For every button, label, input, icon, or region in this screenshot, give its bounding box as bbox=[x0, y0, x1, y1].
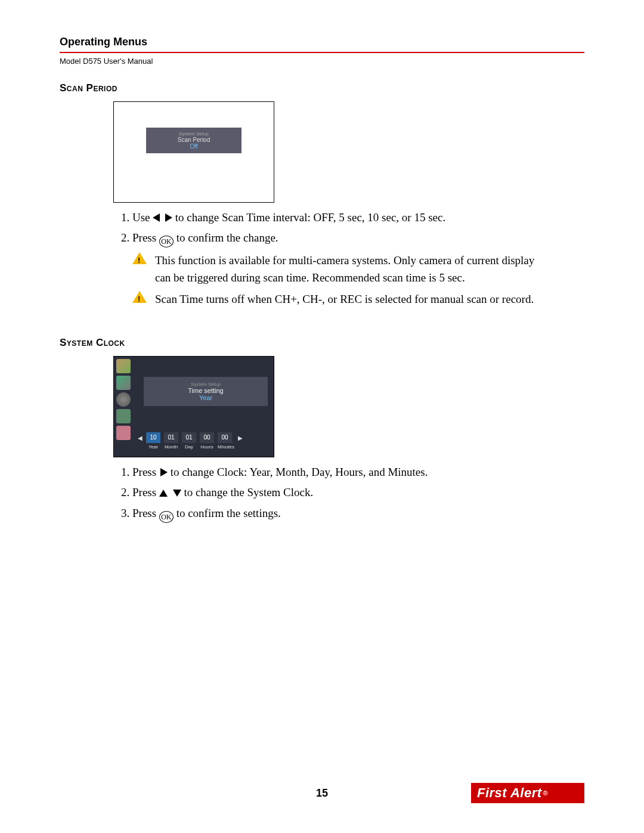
clock-field-year-value: 10 bbox=[146, 432, 160, 443]
scan-step-2: Press OK to confirm the change. bbox=[132, 229, 584, 247]
logo-text: First Alert bbox=[477, 785, 542, 800]
page-subheader: Model D575 User's Manual bbox=[60, 57, 584, 66]
clock-field-minutes-label: Minutes bbox=[218, 444, 234, 450]
clock-fig-icon bbox=[116, 392, 131, 407]
clock-field-minutes: 00 Minutes bbox=[218, 432, 234, 450]
clock-step1-b: to change Clock: Year, Month, Day, Hours… bbox=[171, 466, 428, 478]
clock-field-hours-label: Hours bbox=[200, 444, 214, 450]
warning-icon bbox=[132, 252, 147, 264]
clock-field-minutes-value: 00 bbox=[218, 432, 232, 443]
scan-step-1: Use to change Scan Time interval: OFF, 5… bbox=[132, 209, 584, 227]
scan-step1-b: to change Scan Time interval: OFF, 5 sec… bbox=[175, 211, 445, 224]
clock-step-1: Press to change Clock: Year, Month, Day,… bbox=[132, 463, 584, 481]
scan-note-2: Scan Time turns off when CH+, CH-, or RE… bbox=[132, 291, 584, 308]
clock-field-hours-value: 00 bbox=[200, 432, 214, 443]
clock-field-month-value: 01 bbox=[164, 432, 178, 443]
clock-step3-a: Press bbox=[132, 507, 159, 519]
ok-icon: OK bbox=[159, 511, 174, 523]
header-divider bbox=[60, 52, 584, 53]
system-clock-figure: System Setup Time setting Year ◀ 10 Year… bbox=[113, 356, 274, 457]
triangle-right-icon bbox=[165, 213, 172, 222]
clock-fig-t2: Time setting bbox=[144, 387, 268, 394]
clock-step-2: Press to change the System Clock. bbox=[132, 484, 584, 501]
clock-fig-center: System Setup Time setting Year bbox=[144, 377, 268, 406]
clock-fig-t3: Year bbox=[144, 394, 268, 401]
first-alert-logo: First Alert® bbox=[471, 783, 584, 803]
triangle-down-icon bbox=[173, 490, 181, 497]
clock-fig-icon bbox=[116, 359, 131, 373]
scan-note-1-text: This function is available for multi-cam… bbox=[155, 252, 584, 286]
scan-step2-a: Press bbox=[132, 231, 159, 244]
scan-period-steps: Use to change Scan Time interval: OFF, 5… bbox=[117, 209, 584, 247]
scan-period-figure-label: System Setup Scan Period Off bbox=[146, 128, 242, 153]
fig-scan-line2: Scan Period bbox=[146, 137, 242, 143]
system-clock-steps: Press to change Clock: Year, Month, Day,… bbox=[117, 463, 584, 523]
clock-fig-icon bbox=[116, 409, 131, 423]
scan-note-1: This function is available for multi-cam… bbox=[132, 252, 584, 286]
triangle-right-icon bbox=[160, 468, 168, 476]
triangle-right-icon: ▶ bbox=[238, 435, 243, 441]
clock-field-day: 01 Day bbox=[182, 432, 196, 450]
clock-fig-icon bbox=[116, 376, 131, 390]
clock-step-3: Press OK to confirm the settings. bbox=[132, 504, 584, 523]
registered-icon: ® bbox=[543, 789, 549, 797]
scan-step1-a: Use bbox=[132, 211, 153, 224]
page-header-title: Operating Menus bbox=[60, 36, 584, 48]
clock-fig-sidebar bbox=[116, 359, 133, 454]
clock-step3-b: to confirm the settings. bbox=[177, 507, 281, 519]
clock-fig-t1: System Setup bbox=[144, 382, 268, 387]
triangle-left-icon bbox=[153, 213, 160, 222]
section-title-system-clock: System Clock bbox=[60, 337, 584, 349]
scan-note-2-text: Scan Time turns off when CH+, CH-, or RE… bbox=[155, 291, 584, 308]
clock-step2-a: Press bbox=[132, 486, 159, 498]
fig-scan-line1: System Setup bbox=[146, 131, 242, 137]
warning-icon bbox=[132, 291, 147, 303]
section-title-scan-period: Scan Period bbox=[60, 82, 584, 94]
triangle-left-icon: ◀ bbox=[138, 435, 143, 441]
clock-field-month-label: Month bbox=[164, 444, 178, 450]
clock-field-month: 01 Month bbox=[164, 432, 178, 450]
scan-step2-b: to confirm the change. bbox=[177, 231, 278, 244]
ok-icon: OK bbox=[159, 236, 174, 247]
fig-scan-line3: Off bbox=[146, 143, 242, 150]
clock-fig-fields: ◀ 10 Year 01 Month 01 Day 00 Hours 00 Mi… bbox=[138, 432, 270, 450]
clock-field-year-label: Year bbox=[146, 444, 160, 450]
clock-field-day-value: 01 bbox=[182, 432, 196, 443]
clock-field-year: 10 Year bbox=[146, 432, 160, 450]
scan-period-figure: System Setup Scan Period Off bbox=[113, 101, 274, 203]
clock-step1-a: Press bbox=[132, 466, 159, 478]
clock-step2-b: to change the System Clock. bbox=[184, 486, 313, 498]
clock-fig-icon bbox=[116, 426, 131, 440]
clock-field-day-label: Day bbox=[182, 444, 196, 450]
clock-field-hours: 00 Hours bbox=[200, 432, 214, 450]
triangle-up-icon bbox=[159, 490, 168, 497]
